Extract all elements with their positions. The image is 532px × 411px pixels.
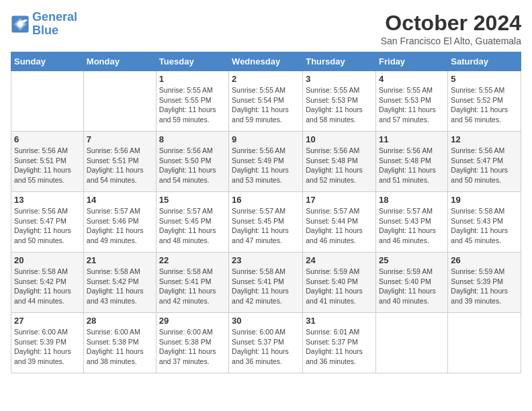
day-number: 28 — [87, 316, 153, 326]
day-number: 23 — [232, 255, 300, 265]
calendar-table: SundayMondayTuesdayWednesdayThursdayFrid… — [11, 52, 521, 373]
day-number: 19 — [451, 195, 518, 205]
calendar-cell: 11Sunrise: 5:56 AM Sunset: 5:48 PM Dayli… — [376, 132, 448, 192]
day-number: 2 — [232, 74, 300, 84]
day-detail: Sunrise: 5:56 AM Sunset: 5:49 PM Dayligh… — [232, 146, 300, 185]
day-detail: Sunrise: 6:00 AM Sunset: 5:38 PM Dayligh… — [87, 327, 153, 367]
calendar-week-row: 1Sunrise: 5:55 AM Sunset: 5:55 PM Daylig… — [11, 71, 521, 132]
day-number: 26 — [451, 255, 518, 265]
calendar-cell: 7Sunrise: 5:56 AM Sunset: 5:51 PM Daylig… — [83, 132, 156, 192]
day-detail: Sunrise: 5:59 AM Sunset: 5:40 PM Dayligh… — [379, 267, 445, 306]
day-detail: Sunrise: 5:56 AM Sunset: 5:50 PM Dayligh… — [159, 146, 226, 185]
day-number: 29 — [159, 316, 226, 326]
day-detail: Sunrise: 5:58 AM Sunset: 5:41 PM Dayligh… — [232, 267, 300, 306]
day-detail: Sunrise: 5:55 AM Sunset: 5:52 PM Dayligh… — [451, 85, 518, 125]
weekday-header-tuesday: Tuesday — [156, 52, 228, 71]
weekday-header-friday: Friday — [376, 52, 448, 71]
day-detail: Sunrise: 5:56 AM Sunset: 5:48 PM Dayligh… — [306, 146, 373, 185]
calendar-cell: 15Sunrise: 5:57 AM Sunset: 5:45 PM Dayli… — [156, 192, 228, 253]
calendar-cell: 25Sunrise: 5:59 AM Sunset: 5:40 PM Dayli… — [376, 253, 448, 313]
calendar-week-row: 20Sunrise: 5:58 AM Sunset: 5:42 PM Dayli… — [11, 253, 521, 313]
calendar-cell: 16Sunrise: 5:57 AM Sunset: 5:45 PM Dayli… — [229, 192, 303, 253]
weekday-header-monday: Monday — [83, 52, 156, 71]
calendar-cell: 26Sunrise: 5:59 AM Sunset: 5:39 PM Dayli… — [448, 253, 521, 313]
day-number: 15 — [159, 195, 226, 205]
calendar-cell: 8Sunrise: 5:56 AM Sunset: 5:50 PM Daylig… — [156, 132, 228, 192]
location-title: San Francisco El Alto, Guatemala — [381, 36, 521, 46]
calendar-cell — [11, 71, 84, 132]
day-number: 24 — [306, 255, 373, 265]
day-detail: Sunrise: 5:58 AM Sunset: 5:41 PM Dayligh… — [159, 267, 226, 306]
day-number: 3 — [306, 74, 373, 84]
day-number: 8 — [159, 134, 226, 144]
day-number: 25 — [379, 255, 445, 265]
calendar-cell: 4Sunrise: 5:55 AM Sunset: 5:53 PM Daylig… — [376, 71, 448, 132]
calendar-cell — [376, 313, 448, 373]
day-number: 6 — [14, 134, 81, 144]
calendar-cell: 2Sunrise: 5:55 AM Sunset: 5:54 PM Daylig… — [229, 71, 303, 132]
day-number: 13 — [14, 195, 81, 205]
day-detail: Sunrise: 5:58 AM Sunset: 5:43 PM Dayligh… — [451, 206, 518, 246]
day-number: 31 — [306, 316, 373, 326]
calendar-cell: 24Sunrise: 5:59 AM Sunset: 5:40 PM Dayli… — [303, 253, 376, 313]
calendar-cell: 3Sunrise: 5:55 AM Sunset: 5:53 PM Daylig… — [303, 71, 376, 132]
day-detail: Sunrise: 5:57 AM Sunset: 5:43 PM Dayligh… — [379, 206, 445, 246]
calendar-cell: 12Sunrise: 5:56 AM Sunset: 5:47 PM Dayli… — [448, 132, 521, 192]
day-detail: Sunrise: 5:59 AM Sunset: 5:39 PM Dayligh… — [451, 267, 518, 306]
day-detail: Sunrise: 5:57 AM Sunset: 5:45 PM Dayligh… — [232, 206, 300, 246]
weekday-header-saturday: Saturday — [448, 52, 521, 71]
calendar-cell: 28Sunrise: 6:00 AM Sunset: 5:38 PM Dayli… — [83, 313, 156, 373]
calendar-cell: 31Sunrise: 6:01 AM Sunset: 5:37 PM Dayli… — [303, 313, 376, 373]
day-detail: Sunrise: 5:55 AM Sunset: 5:53 PM Dayligh… — [379, 85, 445, 125]
day-number: 30 — [232, 316, 300, 326]
day-number: 7 — [87, 134, 153, 144]
day-number: 18 — [379, 195, 445, 205]
calendar-week-row: 13Sunrise: 5:56 AM Sunset: 5:47 PM Dayli… — [11, 192, 521, 253]
day-detail: Sunrise: 5:56 AM Sunset: 5:51 PM Dayligh… — [14, 146, 81, 185]
day-detail: Sunrise: 5:57 AM Sunset: 5:45 PM Dayligh… — [159, 206, 226, 246]
calendar-week-row: 27Sunrise: 6:00 AM Sunset: 5:39 PM Dayli… — [11, 313, 521, 373]
page-header: General Blue October 2024 San Francisco … — [11, 11, 521, 46]
day-detail: Sunrise: 5:56 AM Sunset: 5:47 PM Dayligh… — [451, 146, 518, 185]
day-number: 10 — [306, 134, 373, 144]
calendar-cell: 10Sunrise: 5:56 AM Sunset: 5:48 PM Dayli… — [303, 132, 376, 192]
day-number: 27 — [14, 316, 81, 326]
calendar-cell: 29Sunrise: 6:00 AM Sunset: 5:38 PM Dayli… — [156, 313, 228, 373]
day-detail: Sunrise: 5:57 AM Sunset: 5:46 PM Dayligh… — [87, 206, 153, 246]
day-number: 21 — [87, 255, 153, 265]
calendar-cell: 23Sunrise: 5:58 AM Sunset: 5:41 PM Dayli… — [229, 253, 303, 313]
calendar-cell: 17Sunrise: 5:57 AM Sunset: 5:44 PM Dayli… — [303, 192, 376, 253]
logo: General Blue — [11, 11, 77, 38]
day-number: 16 — [232, 195, 300, 205]
day-detail: Sunrise: 5:56 AM Sunset: 5:48 PM Dayligh… — [379, 146, 445, 185]
day-detail: Sunrise: 5:55 AM Sunset: 5:53 PM Dayligh… — [306, 85, 373, 125]
day-detail: Sunrise: 6:00 AM Sunset: 5:37 PM Dayligh… — [232, 327, 300, 367]
day-detail: Sunrise: 5:59 AM Sunset: 5:40 PM Dayligh… — [306, 267, 373, 306]
calendar-cell: 22Sunrise: 5:58 AM Sunset: 5:41 PM Dayli… — [156, 253, 228, 313]
day-detail: Sunrise: 5:57 AM Sunset: 5:44 PM Dayligh… — [306, 206, 373, 246]
day-number: 11 — [379, 134, 445, 144]
logo-icon — [11, 15, 30, 34]
calendar-cell: 20Sunrise: 5:58 AM Sunset: 5:42 PM Dayli… — [11, 253, 84, 313]
day-detail: Sunrise: 5:55 AM Sunset: 5:54 PM Dayligh… — [232, 85, 300, 125]
svg-point-3 — [17, 21, 23, 27]
day-number: 4 — [379, 74, 445, 84]
calendar-cell: 13Sunrise: 5:56 AM Sunset: 5:47 PM Dayli… — [11, 192, 84, 253]
title-block: October 2024 San Francisco El Alto, Guat… — [381, 11, 521, 46]
day-number: 9 — [232, 134, 300, 144]
weekday-header-wednesday: Wednesday — [229, 52, 303, 71]
day-number: 20 — [14, 255, 81, 265]
calendar-cell: 21Sunrise: 5:58 AM Sunset: 5:42 PM Dayli… — [83, 253, 156, 313]
day-detail: Sunrise: 6:01 AM Sunset: 5:37 PM Dayligh… — [306, 327, 373, 367]
calendar-cell: 1Sunrise: 5:55 AM Sunset: 5:55 PM Daylig… — [156, 71, 228, 132]
day-detail: Sunrise: 5:58 AM Sunset: 5:42 PM Dayligh… — [87, 267, 153, 306]
calendar-cell: 30Sunrise: 6:00 AM Sunset: 5:37 PM Dayli… — [229, 313, 303, 373]
day-detail: Sunrise: 6:00 AM Sunset: 5:38 PM Dayligh… — [159, 327, 226, 367]
calendar-cell: 5Sunrise: 5:55 AM Sunset: 5:52 PM Daylig… — [448, 71, 521, 132]
day-number: 17 — [306, 195, 373, 205]
calendar-cell: 19Sunrise: 5:58 AM Sunset: 5:43 PM Dayli… — [448, 192, 521, 253]
weekday-header-sunday: Sunday — [11, 52, 84, 71]
calendar-cell: 18Sunrise: 5:57 AM Sunset: 5:43 PM Dayli… — [376, 192, 448, 253]
calendar-cell — [83, 71, 156, 132]
day-detail: Sunrise: 6:00 AM Sunset: 5:39 PM Dayligh… — [14, 327, 81, 367]
